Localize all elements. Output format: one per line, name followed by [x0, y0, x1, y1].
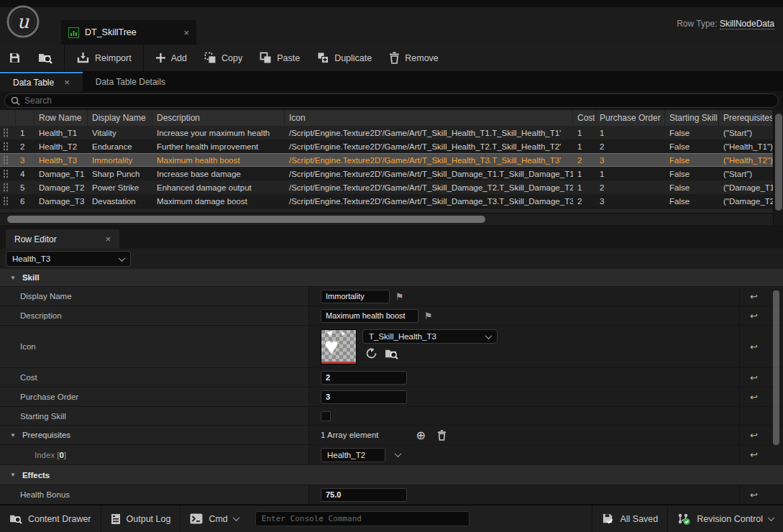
tab-data-table-details[interactable]: Data Table Details [83, 72, 178, 91]
row-drag-handle[interactable] [3, 183, 9, 192]
cmd-dropdown-button[interactable]: Cmd [180, 505, 247, 532]
row-drag-handle[interactable] [3, 128, 9, 137]
reset-to-default-button[interactable]: ↩ [739, 326, 768, 367]
remove-row-button[interactable]: Remove [380, 45, 447, 71]
localization-flag-icon[interactable]: ⚑ [424, 311, 433, 321]
paste-icon [260, 52, 272, 64]
content-drawer-label: Content Drawer [28, 514, 91, 524]
row-number: 3 [16, 153, 35, 167]
column-header-starting-skill[interactable]: Starting Skill [665, 110, 719, 126]
table-row-Health_T1[interactable]: 1Health_T1VitalityIncrease your maximum … [0, 126, 773, 139]
output-log-button[interactable]: Output Log [101, 505, 181, 532]
localization-flag-icon[interactable]: ⚑ [395, 291, 404, 302]
console-command-input[interactable] [255, 511, 470, 526]
cell-prerequisites: ("Damage_T1") [719, 180, 773, 194]
row-drag-handle[interactable] [3, 155, 9, 165]
duplicate-row-button[interactable]: Duplicate [308, 45, 380, 71]
cell-purchase-order: 3 [595, 194, 665, 208]
description-input[interactable] [321, 309, 418, 323]
row-drag-handle[interactable] [3, 196, 9, 206]
column-header-display-name[interactable]: Display Name [88, 110, 152, 126]
browse-to-asset-button[interactable] [29, 45, 61, 71]
column-header-row-name[interactable]: Row Name [35, 110, 88, 126]
tab-row-editor-close-icon[interactable]: × [105, 234, 111, 244]
toolbar-separator [64, 45, 65, 71]
row-type-value-link[interactable]: SkillNodeData [720, 19, 774, 29]
unreal-logo-icon[interactable]: u [6, 4, 40, 39]
column-header-icon-path[interactable]: Icon [285, 110, 573, 126]
tab-row-editor[interactable]: Row Editor × [6, 229, 119, 249]
table-row-Damage_T2[interactable]: 5Damage_T2Power StrikeEnhanced damage ou… [0, 180, 773, 194]
asset-tab-close-icon[interactable]: × [183, 27, 189, 38]
row-drag-handle[interactable] [3, 169, 9, 178]
category-effects[interactable]: ▼ Effects [0, 465, 783, 485]
column-header-cost[interactable]: Cost [573, 110, 595, 126]
row-number: 4 [16, 167, 35, 180]
cell-purchase-order: 3 [595, 153, 665, 167]
cell-purchase-order: 1 [595, 126, 665, 139]
search-input[interactable] [24, 96, 772, 106]
reimport-button[interactable]: Reimport [68, 45, 140, 71]
reset-to-default-button[interactable]: ↩ [739, 287, 768, 306]
row-type-indicator: Row Type: SkillNodeData [677, 19, 774, 29]
icon-label: Icon [20, 342, 36, 351]
cost-input[interactable] [321, 371, 407, 385]
paste-row-button[interactable]: Paste [251, 45, 308, 71]
row-selector-dropdown[interactable]: Health_T3 [6, 251, 131, 267]
datatable-asset-icon [68, 27, 79, 38]
prerequisite-value-dropdown[interactable]: Health_T2 [321, 448, 385, 462]
icon-asset-dropdown[interactable]: T_Skill_Health_T3 [362, 329, 498, 344]
prerequisite-value: Health_T2 [327, 451, 365, 459]
table-vertical-scrollbar-thumb[interactable] [775, 114, 782, 211]
reset-to-default-button[interactable]: ↩ [739, 306, 768, 325]
all-saved-button[interactable]: All Saved [592, 505, 667, 532]
paste-label: Paste [277, 53, 300, 63]
table-row-Damage_T3[interactable]: 6Damage_T3DevastationMaximum damage boos… [0, 194, 773, 208]
save-button[interactable] [0, 45, 29, 71]
add-array-element-icon[interactable]: ⊕ [416, 428, 426, 442]
index-label-suffix: ] [64, 451, 66, 459]
collapse-arrow-icon[interactable]: ▼ [10, 432, 16, 439]
purchase-order-input[interactable] [321, 390, 407, 404]
table-vertical-scrollbar[interactable] [773, 110, 783, 225]
add-row-button[interactable]: Add [147, 45, 196, 71]
health-bonus-input[interactable] [321, 488, 407, 502]
content-drawer-button[interactable]: Content Drawer [0, 505, 101, 532]
display-name-input[interactable] [321, 290, 390, 303]
cell-starting-skill: False [665, 126, 719, 139]
column-header-blank-0[interactable] [0, 110, 16, 126]
cell-cost: 1 [573, 126, 595, 139]
horizontal-scrollbar[interactable] [0, 213, 773, 225]
column-header-prerequisites[interactable]: Prerequisites [719, 110, 773, 126]
column-header-purchase-order[interactable]: Purchase Order [595, 110, 665, 126]
starting-skill-checkbox[interactable] [321, 411, 331, 421]
tab-data-table[interactable]: Data Table × [0, 72, 83, 91]
column-header-blank-1[interactable] [16, 110, 35, 126]
revision-control-button[interactable]: Revision Control [667, 505, 783, 532]
table-row-Damage_T1[interactable]: 4Damage_T1Sharp PunchIncrease base damag… [0, 167, 773, 180]
row-drag-handle[interactable] [3, 142, 9, 151]
copy-row-button[interactable]: Copy [196, 45, 251, 71]
cell-prerequisites: ("Start") [719, 167, 773, 180]
table-row-Health_T2[interactable]: 2Health_T2EnduranceFurther health improv… [0, 139, 773, 153]
property-row-purchase-order: Purchase Order ↩ [0, 387, 783, 407]
category-skill[interactable]: ▼ Skill [0, 269, 783, 287]
reset-to-default-button[interactable]: ↩ [739, 485, 768, 504]
asset-tab-title: DT_SkillTree [85, 27, 137, 37]
texture-thumbnail[interactable]: ♥ ♥ ♥ [321, 329, 357, 364]
browse-to-asset-icon[interactable] [385, 348, 398, 359]
chevron-down-icon[interactable] [395, 450, 402, 457]
table-row-Health_T3[interactable]: 3Health_T3ImmortalityMaximum health boos… [0, 153, 773, 167]
horizontal-scrollbar-thumb[interactable] [7, 216, 485, 223]
search-box[interactable] [4, 93, 779, 108]
property-grid-scrollbar-thumb[interactable] [773, 290, 779, 445]
tab-data-table-close-icon[interactable]: × [64, 77, 70, 88]
column-header-description[interactable]: Description [152, 110, 285, 126]
asset-tab-dt-skilltree[interactable]: DT_SkillTree × [61, 20, 196, 45]
reset-to-default-button[interactable]: ↩ [739, 426, 768, 444]
reset-to-default-button[interactable]: ↩ [739, 445, 768, 464]
clear-array-icon[interactable] [437, 430, 447, 441]
reset-to-default-button[interactable]: ↩ [739, 368, 768, 387]
use-selected-asset-icon[interactable] [365, 347, 377, 359]
reset-to-default-button[interactable]: ↩ [739, 387, 768, 406]
